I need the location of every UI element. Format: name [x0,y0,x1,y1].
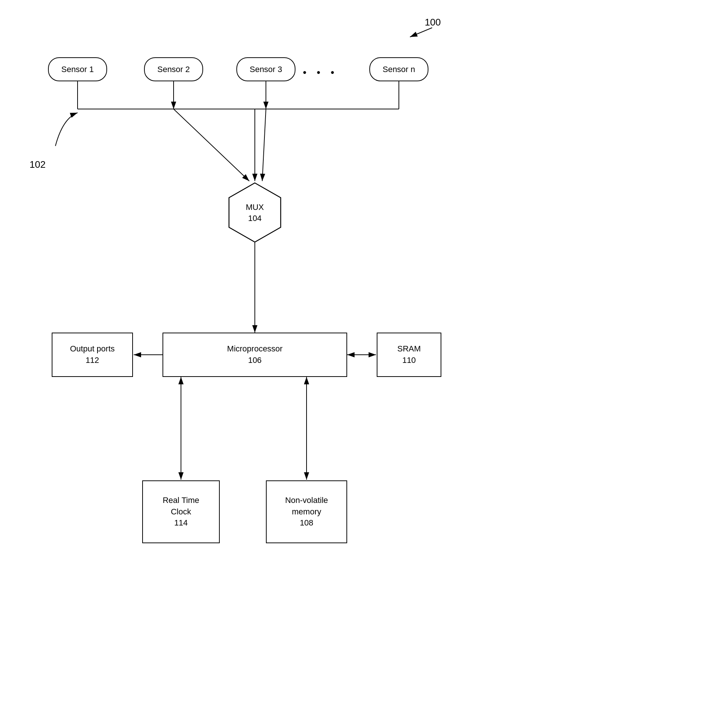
svg-text:104: 104 [248,214,262,223]
svg-text:MUX: MUX [246,202,264,212]
svg-line-11 [262,109,266,181]
sensorn-node: Sensor n [369,57,428,81]
rtc-label: Real Time Clock 114 [162,495,199,529]
sensor1-node: Sensor 1 [48,57,107,81]
nvm-node: Non-volatile memory 108 [266,480,347,543]
output-ports-node: Output ports 112 [52,333,133,377]
sensor3-label: Sensor 3 [250,65,282,74]
sensor2-label: Sensor 2 [157,65,190,74]
ref-102: 102 [29,159,45,170]
sensor3-node: Sensor 3 [236,57,296,81]
ref-100: 100 [425,17,441,28]
sram-node: SRAM 110 [377,333,441,377]
svg-marker-13 [229,183,281,242]
microprocessor-label: Microprocessor 106 [227,343,283,366]
output-ports-label: Output ports 112 [70,343,115,366]
sensor1-label: Sensor 1 [61,65,94,74]
rtc-node: Real Time Clock 114 [142,480,220,543]
svg-line-10 [174,109,249,181]
svg-line-4 [410,28,432,37]
sensor-dots: • • • [303,67,338,78]
sram-label: SRAM 110 [398,343,421,366]
microprocessor-node: Microprocessor 106 [162,333,347,377]
diagram: 100 Sensor 1 Sensor 2 Sensor 3 • • • Sen… [0,0,708,728]
sensor2-node: Sensor 2 [144,57,203,81]
sensorn-label: Sensor n [383,65,415,74]
nvm-label: Non-volatile memory 108 [285,495,328,529]
